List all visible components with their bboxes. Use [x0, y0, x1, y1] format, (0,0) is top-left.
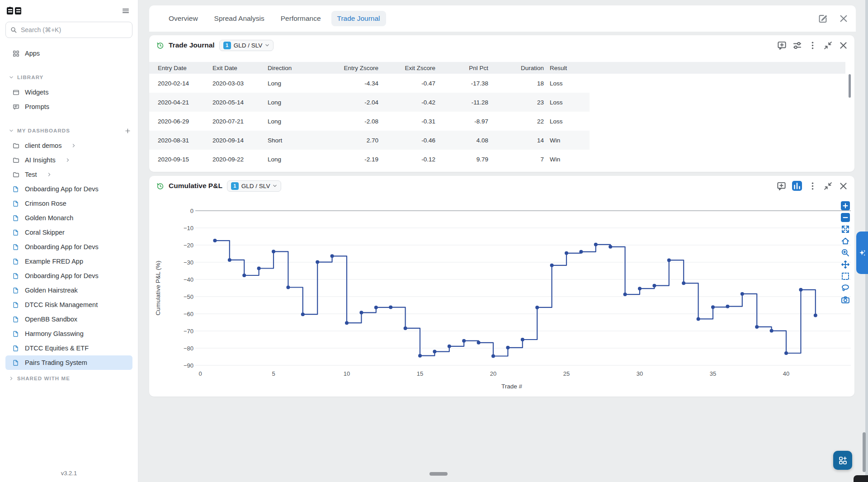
search-icon [10, 27, 17, 33]
file-icon [13, 200, 19, 207]
sidebar-dashboard-crimson-rose[interactable]: Crimson Rose [5, 196, 132, 211]
lasso-select-icon[interactable] [841, 284, 850, 293]
svg-text:5: 5 [272, 370, 275, 377]
sidebar-item-prompts[interactable]: Prompts [5, 99, 132, 114]
kebab-icon[interactable] [808, 181, 817, 191]
app-version: v3.2.1 [0, 470, 138, 477]
file-icon [13, 316, 19, 323]
add-dashboard-button[interactable] [125, 128, 131, 134]
column-header-exit-date[interactable]: Exit Date [212, 65, 268, 71]
sidebar-folder-ai-insights[interactable]: AI Insights [5, 153, 132, 167]
sidebar-dashboard-harmony-glasswing[interactable]: Harmony Glasswing [5, 326, 132, 341]
column-header-exit-zscore[interactable]: Exit Zscore [378, 65, 435, 71]
chevron-down-icon [265, 43, 269, 47]
tab-spread-analysis[interactable]: Spread Analysis [208, 11, 270, 26]
sidebar-dashboard-onboarding-app-for-devs[interactable]: Onboarding App for Devs [5, 269, 132, 283]
reset-axes-icon[interactable] [841, 236, 850, 246]
table-row[interactable]: 2020-04-212020-05-14Long-2.04-0.42-11.28… [149, 93, 590, 112]
column-header-result[interactable]: Result [544, 65, 593, 71]
box-zoom-icon[interactable] [841, 248, 850, 257]
svg-text:0: 0 [190, 208, 193, 214]
cumulative-pnl-widget: Cumulative P&L 1 GLD / SLV 0−10−20−30−40… [149, 176, 854, 397]
sidebar-dashboard-coral-skipper[interactable]: Coral Skipper [5, 225, 132, 240]
sidebar-dashboard-dtcc-equities-etf[interactable]: DTCC Equities & ETF [5, 341, 132, 355]
widget-title: Cumulative P&L [169, 182, 222, 190]
table-scrollbar[interactable] [849, 74, 851, 98]
ai-copilot-tab[interactable] [856, 232, 868, 274]
symbol-selector[interactable]: 1 GLD / SLV [227, 180, 282, 192]
library-section-header[interactable]: LIBRARY [5, 71, 132, 84]
sidebar-dashboard-pairs-trading-system[interactable]: Pairs Trading System [5, 355, 132, 370]
close-icon[interactable] [839, 181, 848, 191]
sidebar-dashboard-golden-monarch[interactable]: Golden Monarch [5, 211, 132, 225]
column-header-duration[interactable]: Duration [488, 65, 544, 71]
column-header-entry-date[interactable]: Entry Date [158, 65, 212, 71]
camera-icon[interactable] [841, 295, 850, 304]
sidebar-item-apps[interactable]: Apps [5, 46, 132, 61]
comment-plus-icon[interactable] [777, 181, 786, 191]
refresh-icon[interactable] [156, 42, 164, 49]
shared-with-me-section-header[interactable]: SHARED WITH ME [5, 372, 132, 385]
search-box[interactable] [5, 22, 132, 38]
search-input[interactable] [21, 26, 127, 33]
table-settings-icon[interactable] [793, 41, 802, 50]
svg-text:−50: −50 [184, 293, 193, 300]
bottom-drag-handle[interactable] [429, 472, 448, 476]
tab-trade-journal[interactable]: Trade Journal [331, 11, 386, 26]
svg-text:−20: −20 [184, 242, 193, 249]
edit-dashboard-button[interactable] [818, 14, 828, 24]
kebab-icon[interactable] [808, 41, 817, 50]
sidebar-dashboard-example-fred-app[interactable]: Example FRED App [5, 254, 132, 269]
refresh-icon[interactable] [156, 182, 164, 190]
pan-icon[interactable] [841, 260, 850, 269]
column-header-pnl-pct[interactable]: Pnl Pct [435, 65, 488, 71]
collapse-icon[interactable] [823, 181, 833, 191]
symbol-count-badge: 1 [231, 182, 239, 190]
tab-overview[interactable]: Overview [163, 11, 204, 26]
symbol-selector[interactable]: 1 GLD / SLV [219, 40, 274, 51]
sidebar-dashboard-golden-hairstreak[interactable]: Golden Hairstreak [5, 283, 132, 298]
svg-text:25: 25 [563, 370, 570, 377]
comment-plus-icon[interactable] [777, 41, 787, 50]
sidebar-folder-client-demos[interactable]: client demos [5, 138, 132, 153]
autoscale-icon[interactable] [841, 225, 850, 234]
openbb-logo [6, 6, 22, 15]
table-row[interactable]: 2020-08-312020-09-14Short2.70-0.464.0814… [149, 131, 590, 150]
svg-text:30: 30 [637, 370, 643, 377]
sidebar-dashboard-onboarding-app-for-devs[interactable]: Onboarding App for Devs [5, 182, 132, 196]
sparkle-icon [859, 249, 866, 257]
column-header-entry-zscore[interactable]: Entry Zscore [322, 65, 378, 71]
sidebar-dashboard-onboarding-app-for-devs[interactable]: Onboarding App for Devs [5, 240, 132, 254]
sidebar-menu-button[interactable] [122, 7, 130, 15]
page-scrollbar[interactable] [863, 432, 866, 472]
close-icon[interactable] [839, 41, 848, 50]
table-row[interactable]: 2020-09-152020-09-22Long-2.19-0.129.797W… [149, 150, 590, 169]
chevron-down-icon [9, 128, 14, 133]
widget-title: Trade Journal [169, 41, 215, 49]
column-header-direction[interactable]: Direction [268, 65, 322, 71]
zoom-out-icon[interactable] [841, 213, 850, 222]
table-row[interactable]: 2020-02-142020-03-03Long-4.34-0.47-17.38… [149, 74, 590, 93]
add-widget-button[interactable] [833, 451, 852, 470]
chevron-right-icon [9, 376, 14, 381]
tab-performance[interactable]: Performance [275, 11, 327, 26]
chevron-right-icon [47, 172, 52, 177]
sidebar-dashboard-openbb-sandbox[interactable]: OpenBB Sandbox [5, 312, 132, 326]
sidebar-dashboard-dtcc-risk-management[interactable]: DTCC Risk Management [5, 298, 132, 312]
chevron-right-icon [66, 158, 70, 162]
sidebar-folder-test[interactable]: Test [5, 167, 132, 182]
table-row[interactable]: 2020-06-292020-07-21Long-2.08-0.31-8.972… [149, 112, 590, 131]
zoom-in-icon[interactable] [841, 201, 850, 210]
close-dashboard-button[interactable] [839, 14, 849, 24]
folder-icon [13, 157, 19, 164]
box-select-icon[interactable] [841, 272, 850, 281]
sidebar-item-widgets[interactable]: Widgets [5, 85, 132, 99]
svg-text:15: 15 [417, 370, 423, 377]
svg-text:Cumulative P&L (%): Cumulative P&L (%) [155, 260, 161, 315]
collapse-icon[interactable] [823, 41, 833, 50]
my-dashboards-section-header[interactable]: MY DASHBOARDS [5, 124, 132, 137]
svg-text:35: 35 [710, 370, 716, 377]
chart-display-icon[interactable] [792, 181, 802, 191]
chevron-down-icon [9, 75, 14, 80]
svg-text:−80: −80 [184, 345, 193, 352]
